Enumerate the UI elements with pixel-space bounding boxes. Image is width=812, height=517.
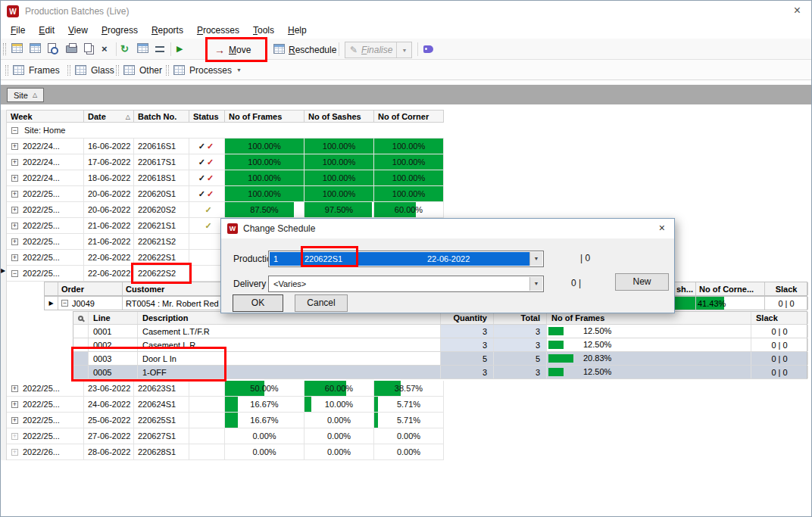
- collapse-rows-icon[interactable]: [155, 43, 164, 52]
- column-header-frames[interactable]: No of Frames: [225, 111, 304, 122]
- order-column-header[interactable]: Order: [58, 282, 123, 295]
- move-button[interactable]: → Move: [210, 42, 255, 58]
- menu-reports[interactable]: Reports: [145, 25, 190, 36]
- expand-icon[interactable]: +: [11, 401, 18, 408]
- import-grid-icon[interactable]: [137, 43, 148, 53]
- expand-icon[interactable]: +: [11, 143, 18, 150]
- cancel-button[interactable]: Cancel: [295, 294, 348, 312]
- menu-help[interactable]: Help: [281, 25, 314, 36]
- duplicate-batch-icon[interactable]: [30, 43, 41, 53]
- menu-view[interactable]: View: [61, 25, 95, 36]
- description-cell: Door L In: [138, 352, 441, 365]
- week-cell: 2022/25...: [23, 221, 60, 230]
- column-header-batch[interactable]: Batch No.: [134, 111, 189, 122]
- menu-edit[interactable]: Edit: [32, 25, 61, 36]
- new-button[interactable]: New: [615, 273, 669, 291]
- batch-row[interactable]: +2022/26... 28-06-2022 220628S1 0.00% 0.…: [7, 444, 444, 460]
- menu-tools[interactable]: Tools: [246, 25, 281, 36]
- expand-icon[interactable]: +: [11, 175, 18, 182]
- batch-cell: 220617S1: [134, 154, 189, 170]
- line-column-header[interactable]: Line: [89, 312, 138, 324]
- frames-toolbar-button[interactable]: Frames: [5, 64, 60, 76]
- column-header-week[interactable]: Week: [7, 111, 84, 122]
- expand-icon[interactable]: +: [11, 417, 18, 424]
- new-batch-icon[interactable]: [11, 43, 23, 53]
- collapse-icon[interactable]: −: [61, 300, 68, 307]
- delivery-combobox[interactable]: <Varies> ▼: [268, 276, 544, 292]
- slack-column-header[interactable]: Slack: [751, 312, 808, 324]
- grid-header-row: Week Date△ Batch No. Status No of Frames…: [7, 110, 444, 123]
- expand-icon[interactable]: +: [11, 223, 18, 229]
- line-row-selected[interactable]: 0005 1-OFF 3 3 12.50% 0 | 0: [73, 366, 807, 379]
- print-icon[interactable]: [66, 43, 77, 53]
- expand-icon[interactable]: +: [11, 238, 18, 245]
- week-cell: 2022/25...: [23, 400, 60, 409]
- description-cell: Casement L.R: [138, 338, 441, 351]
- line-row-selected[interactable]: 0003 Door L In 5 5 20.83% 0 | 0: [73, 352, 807, 366]
- ok-button[interactable]: OK: [233, 294, 283, 312]
- batch-row[interactable]: +2022/25... 27-06-2022 220627S1 0.00% 0.…: [7, 428, 444, 444]
- batch-row[interactable]: +2022/25... 23-06-2022 220623S1 50.00% 6…: [7, 381, 444, 397]
- frames-column-header[interactable]: No of Frames: [547, 312, 751, 324]
- export-icon[interactable]: ▶: [176, 43, 183, 55]
- dialog-close-icon[interactable]: ×: [659, 222, 665, 234]
- line-row[interactable]: 0002 Casement L.R 3 3 12.50% 0 | 0: [73, 338, 807, 352]
- description-column-header[interactable]: Description: [138, 312, 441, 324]
- batch-row[interactable]: +2022/25... 20-06-2022 220620S2 ✓ 87.50%…: [7, 202, 444, 218]
- quantity-column-header[interactable]: Quantity: [441, 312, 494, 324]
- group-row-site[interactable]: − Site: Home: [7, 123, 444, 139]
- column-header-corner[interactable]: No of Corner: [374, 111, 444, 122]
- processes-toolbar-button[interactable]: Processes ▼: [166, 64, 242, 76]
- line-number-cell: 0003: [89, 352, 138, 365]
- date-cell: 21-06-2022: [84, 234, 134, 249]
- copy-icon[interactable]: [84, 43, 92, 52]
- batch-row[interactable]: +2022/24... 17-06-2022 220617S1 ✓✓ 100.0…: [7, 154, 444, 170]
- window-close-icon[interactable]: ×: [794, 4, 801, 17]
- expand-icon[interactable]: +: [11, 385, 18, 392]
- batch-row[interactable]: +2022/25... 24-06-2022 220624S1 16.67% 1…: [7, 397, 444, 413]
- production-combobox[interactable]: 1 220622S1 22-06-2022 ▼: [268, 251, 544, 267]
- menu-file[interactable]: File: [4, 25, 32, 36]
- expand-icon[interactable]: +: [11, 449, 18, 456]
- pen-icon: ✎: [350, 45, 358, 55]
- print-preview-icon[interactable]: [48, 43, 56, 53]
- corner-column-header[interactable]: No of Corne...: [696, 282, 765, 295]
- status-cell: [189, 381, 225, 396]
- finalise-dropdown-icon[interactable]: ▼: [396, 42, 407, 58]
- expand-icon[interactable]: +: [11, 159, 18, 166]
- other-toolbar-button[interactable]: Other: [116, 64, 162, 76]
- toolbar-separator: [417, 42, 418, 56]
- batch-row[interactable]: +2022/25... 20-06-2022 220620S1 ✓✓ 100.0…: [7, 186, 444, 202]
- total-column-header[interactable]: Total: [494, 312, 547, 324]
- batch-row[interactable]: +2022/25... 25-06-2022 220625S1 16.67% 0…: [7, 413, 444, 428]
- delete-icon[interactable]: ×: [102, 43, 108, 55]
- column-header-status[interactable]: Status: [189, 111, 225, 122]
- glass-toolbar-button[interactable]: Glass: [67, 64, 114, 76]
- expand-icon[interactable]: +: [11, 207, 18, 213]
- menu-bar: File Edit View Progress Reports Processe…: [1, 22, 811, 39]
- expand-icon[interactable]: +: [11, 191, 18, 198]
- batch-row[interactable]: +2022/24... 16-06-2022 220616S1 ✓✓ 100.0…: [7, 139, 444, 154]
- group-by-site-button[interactable]: Site △: [7, 88, 44, 102]
- column-header-date[interactable]: Date△: [84, 111, 134, 122]
- chevron-down-icon[interactable]: ▼: [529, 277, 542, 291]
- line-row[interactable]: 0001 Casement L.T/F.R 3 3 12.50% 0 | 0: [73, 325, 807, 338]
- expand-icon[interactable]: +: [11, 433, 18, 440]
- slack-column-header[interactable]: Slack: [765, 282, 808, 295]
- search-icon[interactable]: [73, 312, 89, 324]
- reschedule-button[interactable]: Reschedule: [269, 42, 341, 58]
- expand-icon[interactable]: +: [11, 254, 18, 261]
- column-header-sashes[interactable]: No of Sashes: [304, 111, 374, 122]
- order-header-gutter: [45, 282, 58, 295]
- menu-processes[interactable]: Processes: [190, 25, 246, 36]
- refresh-icon[interactable]: ↻: [120, 43, 129, 55]
- status-cell: [189, 428, 225, 444]
- tag-icon[interactable]: [423, 43, 433, 53]
- finalise-button[interactable]: ✎ Finalise ▼: [345, 42, 412, 58]
- batch-row[interactable]: +2022/24... 18-06-2022 220618S1 ✓✓ 100.0…: [7, 170, 444, 186]
- collapse-icon[interactable]: −: [11, 270, 18, 277]
- menu-progress[interactable]: Progress: [95, 25, 145, 36]
- date-cell: 22-06-2022: [84, 250, 134, 265]
- collapse-icon[interactable]: −: [11, 127, 18, 134]
- chevron-down-icon[interactable]: ▼: [529, 252, 542, 266]
